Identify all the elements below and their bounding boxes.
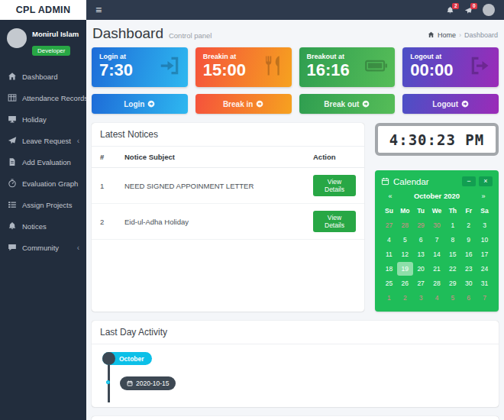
sidebar-item-dashboard[interactable]: Dashboard <box>0 66 86 87</box>
calendar-day[interactable]: 31 <box>477 276 493 290</box>
calendar-day[interactable]: 2 <box>460 218 477 232</box>
calendar-day-outside[interactable]: 1 <box>381 291 397 305</box>
sidebar: CPL ADMIN Monirul Islam Developer Dashbo… <box>0 0 86 420</box>
calendar-day[interactable]: 3 <box>477 218 493 232</box>
calendar-day[interactable]: 16 <box>460 247 477 261</box>
calendar-day[interactable]: 11 <box>381 247 397 261</box>
calendar-widget: Calendar − × « October 2020 » SuMoTuWeTh… <box>375 170 499 312</box>
page-header: Dashboard Control panel Home › Dashboard <box>92 24 499 47</box>
menu-toggle-icon[interactable]: ≡ <box>95 5 102 15</box>
notices-table: #Notice SubjectAction 1NEED SIGNED APPOI… <box>92 147 364 240</box>
calendar-day[interactable]: 1 <box>444 218 460 232</box>
calendar-day[interactable]: 5 <box>397 233 413 247</box>
sidebar-item-notices[interactable]: Notices <box>0 215 86 237</box>
latest-notices-card: Latest Notices #Notice SubjectAction 1NE… <box>92 123 364 312</box>
breadcrumb-home[interactable]: Home <box>438 31 456 39</box>
calendar-day[interactable]: 8 <box>444 233 460 247</box>
sidebar-item-community[interactable]: Community‹ <box>0 237 86 258</box>
calendar-day[interactable]: 10 <box>477 233 493 247</box>
view-details-button[interactable]: View Details <box>313 175 356 196</box>
calendar-title: Calendar <box>393 177 429 186</box>
user-avatar <box>7 28 27 48</box>
app-root: CPL ADMIN Monirul Islam Developer Dashbo… <box>0 0 504 420</box>
notices-column-header: Action <box>305 147 364 168</box>
calendar-day[interactable]: 30 <box>460 276 477 290</box>
calendar-day-selected[interactable]: 19 <box>397 262 413 276</box>
chevron-left-icon: ‹ <box>77 137 79 145</box>
calendar-day-outside[interactable]: 30 <box>429 218 445 232</box>
home-icon <box>428 31 435 38</box>
calendar-day-name: Sa <box>477 204 493 218</box>
sign-out-icon <box>469 54 492 80</box>
paper-plane-icon <box>7 136 17 145</box>
view-details-button[interactable]: View Details <box>313 211 356 232</box>
sidebar-item-leave-request[interactable]: Leave Request‹ <box>0 130 86 151</box>
arrow-circle-right-icon <box>362 100 370 108</box>
brand-logo[interactable]: CPL ADMIN <box>0 0 86 20</box>
sidebar-item-attendance-records[interactable]: Attendance Records <box>0 87 86 108</box>
attendance-card: Attendance Time for October 2020 Weekly … <box>92 416 499 420</box>
calendar-prev-button[interactable]: « <box>385 192 396 200</box>
notices-column-header: Notice Subject <box>116 147 305 168</box>
notice-number: 2 <box>92 204 116 240</box>
main-area: ≡ 2 0 Dashboard Control panel Home <box>86 0 504 420</box>
topbar: ≡ 2 0 <box>86 0 504 20</box>
logout-button[interactable]: Logout <box>402 94 499 114</box>
calendar-day[interactable]: 21 <box>429 262 445 276</box>
calendar-next-button[interactable]: » <box>478 192 489 200</box>
breadcrumb-separator: › <box>459 31 461 39</box>
calendar-day[interactable]: 12 <box>397 247 413 261</box>
calendar-day[interactable]: 24 <box>477 262 493 276</box>
activity-timeline: October 2020-10-15 <box>92 344 499 407</box>
notice-number: 1 <box>92 168 116 204</box>
calendar-day-outside[interactable]: 29 <box>413 218 429 232</box>
breadcrumb-current: Dashboard <box>464 31 498 39</box>
topbar-avatar[interactable] <box>483 4 495 16</box>
calendar-day-outside[interactable]: 4 <box>429 291 445 305</box>
calendar-day-name: Su <box>381 204 397 218</box>
calendar-day[interactable]: 25 <box>381 276 397 290</box>
notifications-bell-icon[interactable]: 2 <box>446 6 454 15</box>
calendar-day[interactable]: 17 <box>477 247 493 261</box>
calendar-day-outside[interactable]: 3 <box>413 291 429 305</box>
messages-paper-plane-icon[interactable]: 0 <box>464 6 473 15</box>
calendar-day[interactable]: 27 <box>413 276 429 290</box>
calendar-day[interactable]: 26 <box>397 276 413 290</box>
calendar-icon <box>381 177 389 186</box>
calendar-day-outside[interactable]: 7 <box>477 291 493 305</box>
battery-icon <box>365 54 388 80</box>
user-role-badge: Developer <box>32 46 70 56</box>
calendar-day[interactable]: 4 <box>381 233 397 247</box>
calendar-day[interactable]: 14 <box>429 247 445 261</box>
break-out-button[interactable]: Break out <box>299 94 396 114</box>
calendar-day[interactable]: 23 <box>460 262 477 276</box>
calendar-day-outside[interactable]: 27 <box>381 218 397 232</box>
calendar-day[interactable]: 6 <box>413 233 429 247</box>
calendar-day[interactable]: 15 <box>444 247 460 261</box>
sidebar-item-add-evaluation[interactable]: Add Evaluation <box>0 151 86 173</box>
login-button[interactable]: Login <box>92 94 188 114</box>
action-buttons-row: LoginBreak inBreak outLogout <box>92 94 499 114</box>
calendar-day[interactable]: 9 <box>460 233 477 247</box>
calendar-day[interactable]: 13 <box>413 247 429 261</box>
break-in-stat-card: Breakin at15:00 <box>195 47 292 87</box>
sidebar-item-evaluation-graph[interactable]: Evaluation Graph <box>0 173 86 194</box>
sidebar-item-assign-projects[interactable]: Assign Projects <box>0 194 86 215</box>
timeline-dot <box>102 352 115 365</box>
notice-row: 2Eid-ul-Adha HolidayView Details <box>92 204 364 240</box>
home-icon <box>7 72 17 81</box>
calendar-day[interactable]: 20 <box>413 262 429 276</box>
calendar-day-outside[interactable]: 6 <box>460 291 477 305</box>
calendar-day-outside[interactable]: 28 <box>397 218 413 232</box>
calendar-day[interactable]: 22 <box>444 262 460 276</box>
calendar-close-button[interactable]: × <box>479 176 493 186</box>
calendar-minimize-button[interactable]: − <box>462 176 476 186</box>
calendar-day[interactable]: 28 <box>429 276 445 290</box>
calendar-day-outside[interactable]: 5 <box>444 291 460 305</box>
calendar-day[interactable]: 29 <box>444 276 460 290</box>
sidebar-item-holiday[interactable]: Holiday <box>0 108 86 130</box>
calendar-day[interactable]: 18 <box>381 262 397 276</box>
calendar-day-outside[interactable]: 2 <box>397 291 413 305</box>
calendar-day[interactable]: 7 <box>429 233 445 247</box>
break-in-button[interactable]: Break in <box>195 94 292 114</box>
